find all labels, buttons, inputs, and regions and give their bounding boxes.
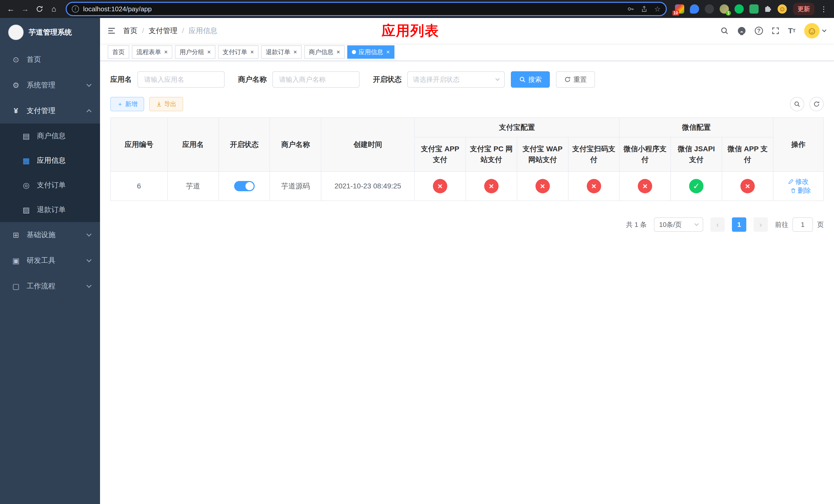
col-app-id: 应用编号 [111, 118, 168, 171]
tab-pay-order[interactable]: 支付订单× [218, 45, 259, 59]
app-name-input[interactable] [137, 71, 225, 88]
export-button[interactable]: 导出 [149, 97, 183, 111]
delete-link[interactable]: 删除 [790, 186, 811, 195]
sidebar-item-app-info[interactable]: ▦ 应用信息 [0, 148, 100, 173]
extension-icon-wechat[interactable] [734, 4, 744, 14]
dashboard-icon: ⊙ [10, 55, 22, 64]
extension-icon-blue-drop[interactable] [690, 4, 699, 14]
tab-close-icon[interactable]: × [207, 49, 211, 55]
address-bar[interactable]: i localhost:1024/pay/app ☆ [66, 2, 667, 16]
tab-process-form[interactable]: 流程表单× [132, 45, 172, 59]
chevron-up-icon [86, 109, 91, 114]
extension-icon-colorful[interactable]: 10 [675, 4, 684, 14]
refresh-table-button[interactable] [809, 97, 824, 111]
extension-avatar-badge: 1 [726, 10, 731, 16]
tab-close-icon[interactable]: × [250, 49, 254, 55]
goto-label: 前往 [775, 220, 788, 229]
sidebar-item-devtools[interactable]: ▣ 研发工具 [0, 248, 100, 273]
user-avatar-menu[interactable]: ☺ [804, 23, 826, 39]
forward-button[interactable]: → [19, 2, 32, 16]
share-icon[interactable] [641, 6, 648, 12]
extension-icon-dark[interactable] [705, 4, 714, 14]
col-merchant: 商户名称 [270, 118, 321, 171]
workflow-icon: ▢ [10, 282, 22, 291]
profile-avatar[interactable]: ☺ [777, 4, 787, 14]
back-button[interactable]: ← [4, 2, 18, 16]
breadcrumb: 首页 / 支付管理 / 应用信息 [123, 26, 218, 36]
tab-close-icon[interactable]: × [164, 49, 168, 55]
search-icon[interactable] [720, 27, 729, 35]
goto-page-input[interactable] [792, 217, 813, 232]
extension-badge: 10 [673, 10, 679, 16]
sidebar-item-workflow[interactable]: ▢ 工作流程 [0, 273, 100, 299]
chevron-down-icon [86, 231, 91, 237]
reload-button[interactable] [33, 2, 46, 16]
pagination: 共 1 条 10条/页 ‹ 1 › 前往 页 [110, 217, 824, 232]
group-alipay-config: 支付宝配置 [414, 118, 619, 137]
search-button[interactable]: 搜索 [511, 71, 550, 88]
tab-refund-order[interactable]: 退款订单× [261, 45, 302, 59]
sidebar-item-pay-order[interactable]: ◎ 支付订单 [0, 173, 100, 198]
tab-merchant-info[interactable]: 商户信息× [304, 45, 345, 59]
group-wechat-config: 微信配置 [619, 118, 773, 137]
cell-merchant: 芋道源码 [270, 171, 321, 201]
extension-icon-avatar[interactable]: 1 [720, 4, 729, 14]
col-status: 开启状态 [219, 118, 270, 171]
toggle-search-button[interactable] [790, 97, 804, 111]
chrome-update-button[interactable]: 更新 [793, 3, 814, 15]
reset-button[interactable]: 重置 [556, 71, 595, 88]
merchant-name-label: 商户名称 [238, 75, 267, 84]
tab-app-info[interactable]: 应用信息× [347, 45, 394, 59]
extension-icon-green-square[interactable] [749, 4, 759, 14]
prev-page-button[interactable]: ‹ [710, 217, 725, 232]
next-page-button[interactable]: › [753, 217, 768, 232]
enabled-switch[interactable] [234, 181, 255, 191]
tab-close-icon[interactable]: × [293, 49, 297, 55]
breadcrumb-payment[interactable]: 支付管理 [149, 26, 177, 36]
col-alipay-qr: 支付宝扫码支付 [568, 137, 620, 171]
extensions-puzzle-icon[interactable] [764, 5, 772, 13]
chevron-down-icon [86, 82, 91, 87]
password-key-icon[interactable] [627, 5, 634, 13]
status-label: 开启状态 [373, 75, 402, 84]
col-app-name: 应用名 [168, 118, 219, 171]
cell-app-name: 芋道 [168, 171, 219, 201]
plus-icon: ＋ [117, 100, 123, 108]
tab-close-icon[interactable]: × [336, 49, 340, 55]
table-toolbar: ＋ 新增 导出 [110, 97, 824, 111]
sidebar-item-refund-order[interactable]: ▨ 退款订单 [0, 198, 100, 222]
page-1-button[interactable]: 1 [732, 217, 746, 232]
sidebar-item-payment[interactable]: ¥ 支付管理 [0, 98, 100, 123]
page-size-select[interactable]: 10条/页 [654, 217, 703, 232]
hamburger-icon[interactable] [100, 26, 123, 35]
status-wechat-jsapi-icon: ✓ [689, 179, 703, 193]
tab-user-group[interactable]: 用户分组× [175, 45, 215, 59]
font-size-icon[interactable]: TT [788, 27, 795, 35]
tab-home[interactable]: 首页 [108, 45, 129, 59]
status-alipay-wap-icon: × [535, 179, 550, 193]
app-logo-row[interactable]: 芋道管理系统 [0, 18, 100, 47]
fullscreen-icon[interactable] [772, 27, 780, 35]
tab-close-icon[interactable]: × [386, 49, 390, 55]
breadcrumb-home[interactable]: 首页 [123, 26, 137, 36]
col-alipay-pc: 支付宝 PC 网站支付 [466, 137, 517, 171]
edit-link[interactable]: 修改 [788, 177, 809, 186]
col-wechat-mini: 微信小程序支付 [619, 137, 671, 171]
bookmark-star-icon[interactable]: ☆ [654, 5, 661, 13]
help-icon[interactable]: ? [755, 27, 763, 35]
app-name-label: 应用名 [110, 75, 132, 84]
merchant-name-input[interactable] [272, 71, 359, 88]
sidebar-item-merchant-info[interactable]: ▤ 商户信息 [0, 123, 100, 148]
sidebar-item-infrastructure[interactable]: ⊞ 基础设施 [0, 222, 100, 248]
github-icon[interactable] [737, 26, 746, 35]
sidebar-item-home[interactable]: ⊙ 首页 [0, 47, 100, 72]
status-select[interactable]: 请选择开启状态 [407, 71, 505, 88]
sidebar-item-system[interactable]: ⚙ 系统管理 [0, 72, 100, 98]
col-created: 创建时间 [321, 118, 414, 171]
browser-menu-icon[interactable]: ⋮ [818, 5, 830, 13]
home-button[interactable]: ⌂ [47, 2, 61, 16]
site-info-icon[interactable]: i [72, 5, 79, 13]
app-table: 应用编号 应用名 开启状态 商户名称 创建时间 支付宝配置 微信配置 操作 支付… [110, 117, 824, 201]
add-button[interactable]: ＋ 新增 [110, 97, 144, 111]
app-title: 芋道管理系统 [29, 27, 72, 37]
